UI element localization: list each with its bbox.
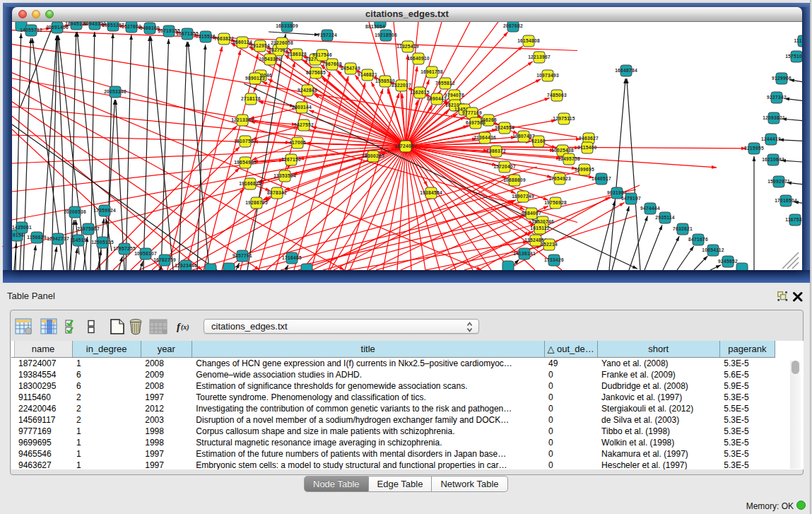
svg-text:6479197: 6479197 (621, 196, 641, 201)
svg-text:252214: 252214 (541, 242, 558, 247)
svg-text:1156829: 1156829 (27, 235, 46, 240)
svg-text:7955812: 7955812 (435, 81, 455, 86)
svg-text:9474444: 9474444 (640, 206, 660, 211)
svg-text:12213369: 12213369 (231, 117, 254, 122)
svg-text:9463627: 9463627 (579, 136, 599, 141)
svg-text:10543362: 10543362 (259, 57, 281, 62)
svg-text:8878342: 8878342 (267, 190, 287, 195)
svg-text:15751074: 15751074 (785, 54, 802, 59)
svg-text:13495758: 13495758 (558, 156, 580, 161)
svg-text:15692971: 15692971 (767, 179, 790, 184)
svg-text:16640910: 16640910 (407, 56, 430, 61)
svg-text:9794078: 9794078 (445, 93, 464, 98)
svg-text:1733426: 1733426 (544, 257, 564, 262)
svg-text:14136141: 14136141 (513, 251, 536, 256)
svg-text:14055712: 14055712 (20, 28, 42, 33)
svg-text:6497568: 6497568 (466, 120, 486, 125)
svg-text:9146821: 9146821 (358, 72, 377, 77)
svg-text:(x): (x) (181, 323, 189, 332)
svg-text:10807487: 10807487 (512, 134, 535, 139)
svg-text:62160: 62160 (531, 139, 546, 144)
svg-text:9242848: 9242848 (298, 88, 317, 93)
svg-text:21364436: 21364436 (473, 135, 496, 140)
svg-text:18300295: 18300295 (362, 153, 384, 158)
svg-text:12213967: 12213967 (528, 54, 551, 59)
svg-text:7663822: 7663822 (214, 36, 234, 41)
svg-text:7485063: 7485063 (547, 93, 567, 98)
svg-text:9457791: 9457791 (233, 253, 252, 258)
svg-text:10688609: 10688609 (503, 177, 526, 182)
svg-text:1162615: 1162615 (410, 90, 429, 95)
svg-text:8471676: 8471676 (688, 237, 708, 242)
svg-text:9777169: 9777169 (462, 110, 482, 115)
svg-text:17654923: 17654923 (548, 176, 571, 181)
svg-text:10973493: 10973493 (536, 73, 559, 78)
svg-text:17359924: 17359924 (93, 208, 116, 213)
svg-text:16961758: 16961758 (420, 69, 443, 74)
svg-text:114519: 114519 (70, 238, 86, 243)
svg-text:9699695: 9699695 (575, 167, 594, 172)
svg-text:2967608: 2967608 (322, 62, 342, 66)
svg-text:19166825: 19166825 (239, 181, 261, 186)
svg-text:23226058: 23226058 (271, 40, 293, 45)
svg-text:1112384: 1112384 (794, 38, 802, 43)
svg-text:19384554: 19384554 (420, 190, 442, 195)
svg-text:2803144: 2803144 (292, 105, 312, 110)
svg-text:20206536: 20206536 (64, 209, 86, 214)
svg-text:20053346: 20053346 (104, 89, 126, 94)
svg-text:1167531: 1167531 (785, 217, 802, 222)
svg-text:3267150: 3267150 (281, 157, 301, 162)
svg-text:16782759: 16782759 (153, 257, 176, 262)
svg-text:19756928: 19756928 (544, 200, 567, 205)
svg-text:10025438: 10025438 (551, 148, 574, 153)
svg-text:7632621: 7632621 (673, 226, 693, 231)
svg-text:417005: 417005 (289, 140, 306, 145)
svg-text:9684007: 9684007 (522, 211, 541, 216)
svg-text:1435061: 1435061 (12, 225, 32, 230)
svg-text:2935114: 2935114 (655, 215, 674, 220)
svg-text:8454749: 8454749 (341, 66, 360, 71)
svg-text:15720407: 15720407 (493, 164, 516, 169)
svg-text:12093821: 12093821 (763, 115, 785, 120)
svg-text:1716485: 1716485 (282, 255, 302, 260)
svg-text:9031984: 9031984 (607, 190, 627, 195)
svg-text:23975867: 23975867 (77, 226, 100, 231)
svg-text:9245652: 9245652 (718, 259, 738, 264)
svg-text:9115460: 9115460 (577, 145, 596, 150)
svg-text:12975115: 12975115 (553, 116, 575, 121)
svg-text:1640517: 1640517 (592, 176, 611, 181)
svg-text:8875685: 8875685 (306, 70, 326, 75)
svg-text:16154808: 16154808 (517, 38, 540, 43)
svg-text:2718176: 2718176 (241, 96, 261, 101)
svg-text:9129966: 9129966 (772, 76, 792, 81)
svg-text:8215955: 8215955 (744, 146, 764, 151)
svg-text:17957255: 17957255 (113, 246, 136, 251)
svg-text:7357224: 7357224 (317, 33, 337, 37)
svg-text:16210643: 16210643 (762, 157, 784, 162)
svg-text:18907249: 18907249 (512, 194, 534, 199)
svg-text:8660124: 8660124 (233, 40, 252, 45)
svg-text:1244419: 1244419 (761, 136, 781, 141)
svg-text:1527602: 1527602 (122, 24, 141, 29)
svg-text:11325419: 11325419 (396, 44, 418, 49)
svg-text:7986372: 7986372 (486, 148, 506, 153)
svg-text:9427552: 9427552 (294, 122, 314, 127)
svg-text:3624554: 3624554 (495, 125, 514, 130)
svg-text:10654112: 10654112 (702, 247, 724, 252)
svg-text:8912954: 8912954 (250, 43, 270, 48)
svg-text:19218506: 19218506 (375, 33, 397, 37)
svg-text:8990443: 8990443 (427, 96, 447, 101)
svg-text:12505135: 12505135 (91, 240, 114, 245)
svg-text:19286795: 19286795 (245, 200, 268, 205)
svg-text:12923446: 12923446 (175, 263, 197, 268)
svg-text:16648784: 16648784 (615, 68, 637, 73)
svg-text:8322037: 8322037 (392, 83, 411, 88)
svg-text:7515526: 7515526 (196, 34, 216, 39)
svg-text:6466160: 6466160 (140, 25, 160, 30)
svg-text:1615112: 1615112 (530, 226, 549, 230)
svg-text:12942737: 12942737 (47, 236, 69, 241)
svg-text:13353594: 13353594 (273, 173, 296, 178)
svg-text:10958107: 10958107 (134, 251, 157, 256)
svg-text:2087682: 2087682 (503, 23, 523, 28)
svg-text:19654985: 19654985 (234, 160, 257, 165)
